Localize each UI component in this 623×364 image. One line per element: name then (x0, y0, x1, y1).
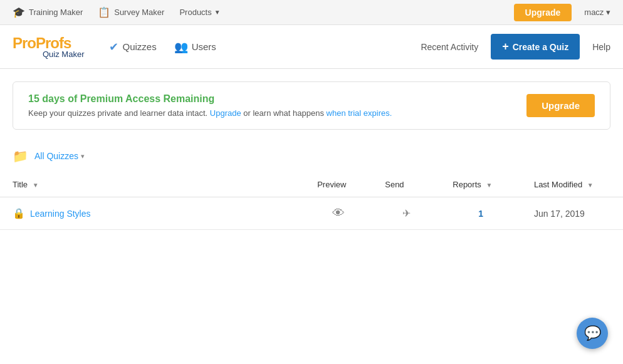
logo-subtitle: Quiz Maker (43, 49, 84, 59)
banner-content: 15 days of Premium Access Remaining Keep… (28, 93, 392, 118)
help-link[interactable]: Help (592, 42, 610, 52)
banner-desc: Keep your quizzes private and learner da… (28, 108, 392, 118)
col-header-preview: Preview (305, 172, 372, 197)
banner-upgrade-link[interactable]: Upgrade (210, 108, 241, 118)
all-quizzes-label: All Quizzes (34, 151, 78, 161)
users-icon: 👥 (174, 40, 188, 54)
col-header-title[interactable]: Title ▼ (0, 172, 305, 197)
survey-maker-link[interactable]: 📋 Survey Maker (98, 6, 164, 18)
cell-preview: 👁 (305, 197, 372, 230)
table-body: 🔒 Learning Styles 👁 ✈ 1 Jun 17, 2019 (0, 197, 623, 230)
quizzes-nav-item[interactable]: ✔ Quizzes (109, 40, 156, 54)
preview-icon[interactable]: 👁 (332, 206, 345, 220)
banner-title: 15 days of Premium Access Remaining (28, 93, 392, 105)
create-quiz-button[interactable]: + Create a Quiz (491, 34, 580, 60)
reports-sort-arrow: ▼ (486, 182, 492, 189)
banner-desc-text2: or learn what happens (241, 108, 327, 118)
logo: ProProfs Quiz Maker (13, 34, 84, 59)
products-link[interactable]: Products ▼ (179, 8, 220, 17)
cell-send: ✈ (372, 197, 440, 230)
users-nav-item[interactable]: 👥 Users (174, 40, 216, 54)
quizzes-selector: 📁 All Quizzes ▾ (0, 142, 623, 170)
training-maker-icon: 🎓 (13, 6, 25, 18)
title-sort-arrow: ▼ (33, 182, 39, 189)
premium-banner: 15 days of Premium Access Remaining Keep… (13, 81, 610, 130)
quiz-table: Title ▼ Preview Send Reports ▼ Last Modi… (0, 172, 623, 230)
banner-desc-text1: Keep your quizzes private and learner da… (28, 108, 210, 118)
products-arrow: ▼ (214, 9, 221, 16)
top-nav: 🎓 Training Maker 📋 Survey Maker Products… (0, 0, 623, 25)
lock-icon: 🔒 (13, 207, 25, 219)
cell-reports[interactable]: 1 (440, 197, 521, 230)
user-name: macz (584, 8, 604, 17)
quizzes-label: Quizzes (122, 41, 156, 52)
survey-maker-icon: 📋 (98, 6, 110, 18)
chat-bubble[interactable]: 💬 (577, 318, 608, 349)
chat-icon: 💬 (584, 325, 601, 341)
recent-activity-link[interactable]: Recent Activity (421, 42, 478, 52)
cell-last-modified: Jun 17, 2019 (521, 197, 623, 230)
all-quizzes-arrow: ▾ (81, 152, 85, 160)
quizzes-check-icon: ✔ (109, 40, 118, 54)
col-header-send: Send (372, 172, 440, 197)
training-maker-link[interactable]: 🎓 Training Maker (13, 6, 83, 18)
products-label: Products (179, 8, 211, 17)
table-header: Title ▼ Preview Send Reports ▼ Last Modi… (0, 172, 623, 197)
table-row: 🔒 Learning Styles 👁 ✈ 1 Jun 17, 2019 (0, 197, 623, 230)
banner-upgrade-button[interactable]: Upgrade (526, 94, 595, 117)
cell-title: 🔒 Learning Styles (0, 197, 305, 230)
user-menu[interactable]: macz ▾ (584, 8, 610, 17)
lastmod-sort-arrow: ▼ (587, 182, 594, 189)
training-maker-label: Training Maker (29, 8, 83, 17)
header-nav: ✔ Quizzes 👥 Users (109, 40, 233, 54)
all-quizzes-dropdown[interactable]: All Quizzes ▾ (34, 151, 85, 161)
folder-icon: 📁 (13, 148, 28, 164)
banner-expires-link[interactable]: when trial expires. (327, 108, 392, 118)
plus-icon: + (502, 40, 509, 53)
col-header-last-modified[interactable]: Last Modified ▼ (521, 172, 623, 197)
survey-maker-label: Survey Maker (114, 8, 164, 17)
logo-profs: Profs (36, 34, 71, 51)
header-bar: ProProfs Quiz Maker ✔ Quizzes 👥 Users Re… (0, 25, 623, 69)
col-header-reports[interactable]: Reports ▼ (440, 172, 521, 197)
users-label: Users (192, 41, 216, 52)
create-quiz-label: Create a Quiz (513, 42, 568, 52)
logo-pro: Pro (13, 34, 36, 51)
user-menu-arrow: ▾ (606, 8, 610, 17)
quiz-title-link[interactable]: Learning Styles (30, 209, 91, 219)
top-upgrade-button[interactable]: Upgrade (514, 4, 572, 21)
send-icon[interactable]: ✈ (402, 208, 411, 219)
